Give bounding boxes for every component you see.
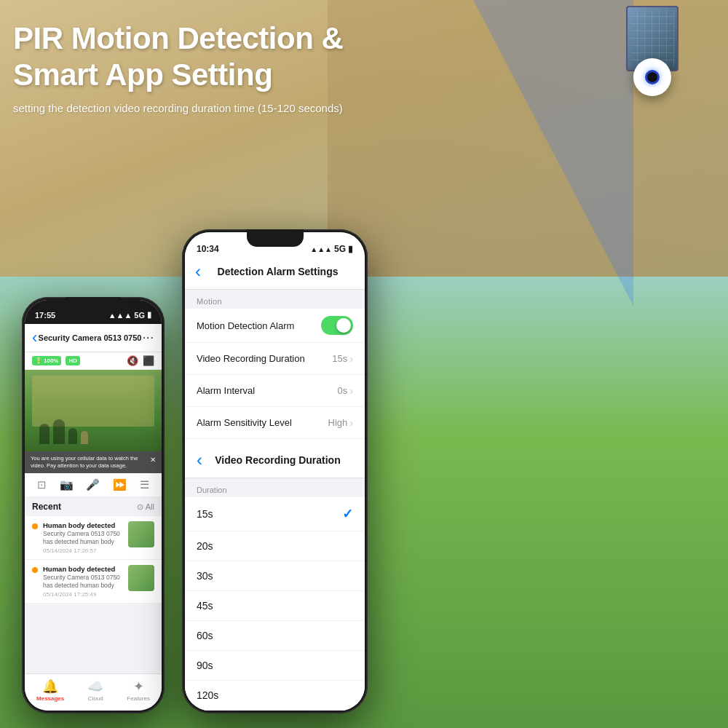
tab-cloud[interactable]: ☁️ Cloud xyxy=(87,678,103,702)
tab-messages[interactable]: 🔔 Messages xyxy=(36,678,64,702)
notif-title-2: Human body detected xyxy=(43,565,123,573)
notification-item-1[interactable]: Human body detected Security Camera 0513… xyxy=(25,516,162,560)
headline-sub: setting the detection video recording du… xyxy=(13,100,392,116)
headline-main: PIR Motion Detection & Smart App Setting xyxy=(13,20,392,92)
video-controls: ⊡ 📷 🎤 ⏩ ☰ xyxy=(25,473,162,497)
notif-body-2: Security Camera 0513 0750 has detected h… xyxy=(43,574,123,590)
duration-45s-label: 45s xyxy=(197,600,353,612)
duration-option-45s[interactable]: 45s xyxy=(185,591,365,621)
duration-90s-label: 90s xyxy=(197,660,353,671)
mute-icon[interactable]: 🔇 xyxy=(127,355,138,366)
duration-20s-label: 20s xyxy=(197,540,353,552)
tab-features-label: Features xyxy=(127,695,150,702)
phone-right: 10:34 ▲▲▲ 5G ▮ ‹ Detection Alarm Setting… xyxy=(182,229,368,713)
nav-title-left: Security Camera 0513 0750 xyxy=(37,333,142,342)
duration-panel: ‹ Video Recording Duration Duration 15s … xyxy=(185,443,365,711)
mic-icon[interactable]: 🎤 xyxy=(86,478,100,491)
duration-option-120s[interactable]: 120s xyxy=(185,681,365,711)
features-icon: ✦ xyxy=(133,678,144,695)
battery-indicator: 🔋 100% xyxy=(32,356,61,365)
chevron-interval: › xyxy=(349,385,353,397)
notif-body-1: Security Camera 0513 0750 has detected h… xyxy=(43,530,123,546)
nav-dots-left[interactable]: ··· xyxy=(143,331,154,344)
notif-dot-1 xyxy=(32,523,38,529)
duration-option-60s[interactable]: 60s xyxy=(185,621,365,651)
duration-120s-label: 120s xyxy=(197,689,353,701)
row-motion-detection: Motion Detection Alarm xyxy=(185,309,365,343)
alarm-sensitivity-value: High xyxy=(328,417,348,428)
motion-detection-label: Motion Detection Alarm xyxy=(197,320,321,331)
chevron-sensitivity: › xyxy=(349,417,353,429)
forward-icon[interactable]: ⏩ xyxy=(113,478,127,491)
duration-30s-label: 30s xyxy=(197,570,353,582)
nav-title-right: Detection Alarm Settings xyxy=(201,266,355,277)
notif-time-2: 05/14/2024 17:25:49 xyxy=(43,591,123,598)
notif-thumb-2 xyxy=(128,565,154,591)
notif-dot-2 xyxy=(32,567,38,573)
close-icon[interactable]: ✕ xyxy=(150,455,156,465)
duration-option-15s[interactable]: 15s ✓ xyxy=(185,497,365,531)
notif-text-1: Human body detected Security Camera 0513… xyxy=(43,521,123,554)
duration-option-20s[interactable]: 20s xyxy=(185,531,365,561)
tab-bar-left: 🔔 Messages ☁️ Cloud ✦ Features xyxy=(25,673,162,711)
alarm-sensitivity-label: Alarm Sensitivity Level xyxy=(197,417,328,428)
row-alarm-interval[interactable]: Alarm Interval 0s › xyxy=(185,375,365,407)
back-icon-right[interactable]: ‹ xyxy=(195,261,201,282)
tab-messages-label: Messages xyxy=(36,695,64,702)
tab-features[interactable]: ✦ Features xyxy=(127,678,150,702)
row-alarm-sensitivity[interactable]: Alarm Sensitivity Level High › xyxy=(185,407,365,439)
nav-bar-left: ‹ Security Camera 0513 0750 ··· xyxy=(25,324,162,352)
nav-bar-right: ‹ Detection Alarm Settings xyxy=(185,258,365,290)
duration-60s-label: 60s xyxy=(197,630,353,641)
data-notice: You are using your cellular data to watc… xyxy=(25,451,162,473)
video-duration-label: Video Recording Duration xyxy=(197,353,332,364)
notification-item-2[interactable]: Human body detected Security Camera 0513… xyxy=(25,560,162,604)
camera-beam xyxy=(473,0,633,306)
duration-panel-title: Video Recording Duration xyxy=(202,454,353,466)
recent-header: Recent ⊙ All xyxy=(25,497,162,516)
checkmark-15s: ✓ xyxy=(342,506,353,522)
all-button[interactable]: ⊙ All xyxy=(137,502,154,512)
notif-time-1: 05/14/2024 17:26:57 xyxy=(43,547,123,554)
alarm-interval-value: 0s xyxy=(338,385,348,396)
back-icon-duration[interactable]: ‹ xyxy=(197,450,202,470)
chevron-duration: › xyxy=(349,353,353,365)
video-duration-value: 15s xyxy=(332,353,347,364)
duration-option-90s[interactable]: 90s xyxy=(185,651,365,681)
notif-text-2: Human body detected Security Camera 0513… xyxy=(43,565,123,598)
row-video-duration[interactable]: Video Recording Duration 15s › xyxy=(185,343,365,375)
duration-15s-label: 15s xyxy=(197,508,342,520)
alarm-interval-label: Alarm Interval xyxy=(197,385,338,396)
phone-left: 17:55 ▲▲▲ 5G ▮ ‹ Security Camera 0513 07… xyxy=(22,297,165,713)
cloud-icon: ☁️ xyxy=(87,678,103,695)
recent-label: Recent xyxy=(32,502,61,512)
video-thumbnail[interactable] xyxy=(25,370,162,451)
duration-section-label: Duration xyxy=(185,478,365,497)
battery-row: 🔋 100% HD 🔇 ⬛ xyxy=(25,352,162,370)
record-icon[interactable]: ⬛ xyxy=(143,355,154,366)
notif-title-1: Human body detected xyxy=(43,521,123,529)
tab-cloud-label: Cloud xyxy=(88,695,103,702)
headline-area: PIR Motion Detection & Smart App Setting… xyxy=(13,20,392,116)
menu-icon[interactable]: ☰ xyxy=(140,478,149,491)
toggle-motion-detection[interactable] xyxy=(321,316,353,335)
section-label-motion: Motion xyxy=(185,290,365,309)
duration-panel-nav: ‹ Video Recording Duration xyxy=(185,443,365,478)
hd-badge: HD xyxy=(66,356,80,365)
camera-device xyxy=(633,58,671,96)
scan-icon[interactable]: ⊡ xyxy=(37,478,47,491)
back-icon-left[interactable]: ‹ xyxy=(32,328,37,347)
screenshot-icon[interactable]: 📷 xyxy=(60,478,74,491)
bell-icon: 🔔 xyxy=(42,678,58,695)
duration-option-30s[interactable]: 30s xyxy=(185,561,365,591)
notif-thumb-1 xyxy=(128,521,154,547)
